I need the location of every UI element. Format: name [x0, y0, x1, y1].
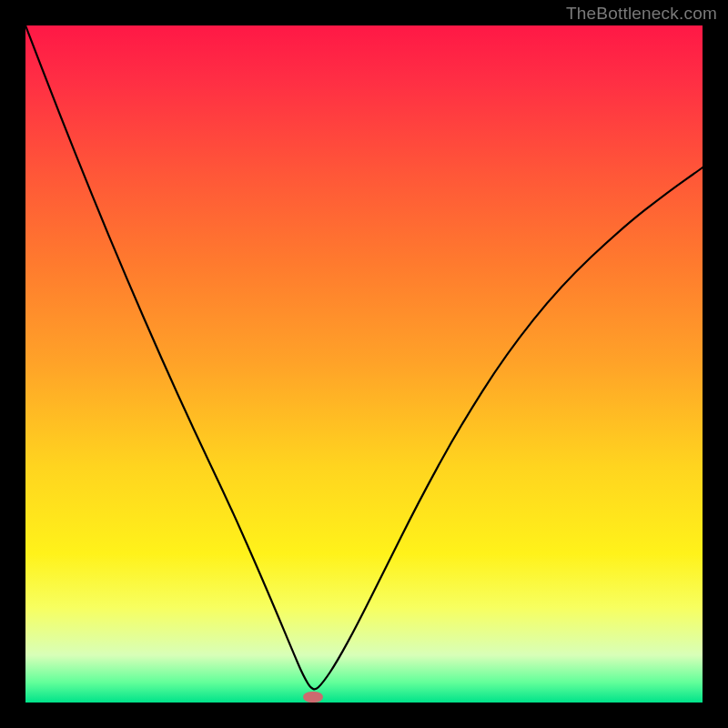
curve-svg: [25, 25, 703, 703]
outer-frame: TheBottleneck.com: [0, 0, 728, 728]
bottleneck-curve: [25, 25, 703, 689]
watermark-text: TheBottleneck.com: [566, 4, 717, 24]
minimum-marker: [303, 692, 323, 703]
plot-area: [25, 25, 703, 703]
